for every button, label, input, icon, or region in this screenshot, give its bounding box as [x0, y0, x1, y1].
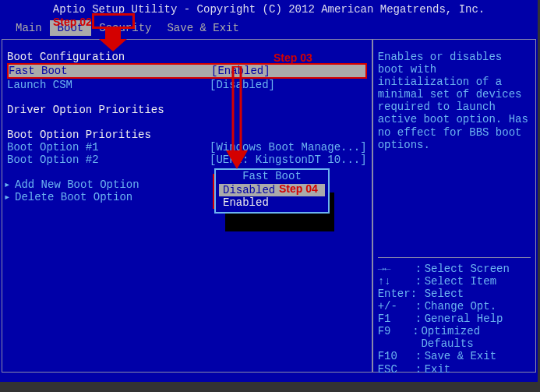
step04-label: Step 04: [279, 182, 318, 195]
right-panel: Enables or disables boot with initializa…: [372, 39, 536, 373]
divider: [378, 257, 531, 258]
fast-boot-label: Fast Boot: [9, 65, 211, 77]
legend-enter: Enter:Select: [378, 288, 531, 300]
row-boot-opt-2[interactable]: Boot Option #2 [UEFI: KingstonDT 10...]: [7, 154, 367, 166]
legend-select-screen: →←:Select Screen: [378, 263, 531, 275]
row-boot-opt-1[interactable]: Boot Option #1 [Windows Boot Manage...]: [7, 141, 367, 154]
boot1-label: Boot Option #1: [7, 141, 210, 154]
bios-screen: Aptio Setup Utility - Copyright (C) 2012…: [0, 0, 538, 382]
legend-f1: F1:General Help: [378, 313, 531, 325]
row-fast-boot[interactable]: Fast Boot [Enabled]: [7, 63, 367, 79]
legend-esc: ESC:Exit: [378, 363, 531, 376]
step02-arrow-icon: [97, 28, 129, 53]
popup-option-enabled[interactable]: Enabled: [219, 196, 325, 209]
legend-f9: F9:Optimized Defaults: [378, 325, 531, 350]
menu-save-exit[interactable]: Save & Exit: [159, 20, 246, 36]
popup-title: Fast Boot: [239, 170, 305, 182]
section-boot-priorities: Boot Option Priorities: [7, 129, 367, 141]
svg-marker-2: [226, 150, 248, 169]
legend-change-opt: +/-:Change Opt.: [378, 300, 531, 313]
svg-marker-0: [99, 28, 127, 51]
legend-f10: F10:Save & Exit: [378, 350, 531, 362]
step03-label: Step 03: [274, 51, 312, 64]
step03-arrow-icon: [224, 66, 249, 171]
section-boot-config: Boot Configuration: [7, 51, 367, 63]
boot2-label: Boot Option #2: [7, 154, 210, 166]
row-launch-csm[interactable]: Launch CSM [Disabled]: [7, 79, 367, 91]
step02-label: Step 02: [53, 16, 92, 28]
legend-select-item: ↑↓:Select Item: [378, 275, 531, 288]
chevron-right-icon: ▸: [4, 191, 10, 203]
launch-csm-label: Launch CSM: [7, 79, 210, 91]
section-driver-priorities: Driver Option Priorities: [7, 104, 367, 116]
svg-rect-1: [233, 66, 241, 152]
help-text: Enables or disables boot with initializa…: [378, 51, 531, 151]
chevron-right-icon: ▸: [4, 178, 10, 191]
menu-main[interactable]: Main: [8, 20, 50, 36]
